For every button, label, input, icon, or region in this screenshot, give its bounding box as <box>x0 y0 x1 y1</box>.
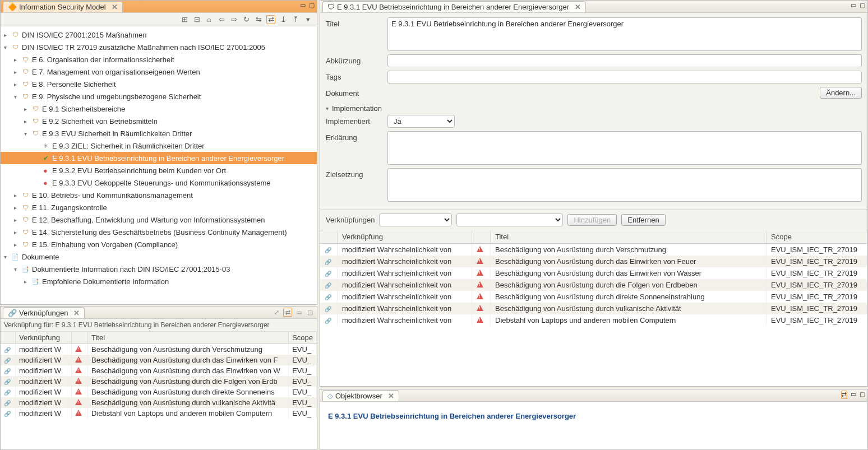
table-row[interactable]: modifiziert WDiebstahl von Laptops und a… <box>1 408 317 419</box>
back-icon[interactable]: ⇦ <box>217 15 226 24</box>
tree-node[interactable]: ▾DIN ISO/IEC TR 27019 zusätzliche Maßnah… <box>1 41 317 53</box>
maximize-icon[interactable]: ▢ <box>860 2 865 9</box>
abkuerzung-field[interactable] <box>387 54 862 67</box>
link-sel-icon[interactable]: ⇄ <box>841 391 847 399</box>
maximize-icon[interactable]: ▢ <box>860 391 865 399</box>
tree-twisty[interactable]: ▸ <box>14 205 21 211</box>
table-row[interactable]: modifiziert WBeschädigung von Ausrüstung… <box>1 397 317 408</box>
tree-twisty[interactable]: ▸ <box>4 32 11 38</box>
tree-twisty[interactable]: ▸ <box>14 192 21 198</box>
table-row[interactable]: modifiziert Wahrscheinlichkeit vonDiebst… <box>320 314 867 326</box>
table-row[interactable]: modifiziert WBeschädigung von Ausrüstung… <box>1 376 317 387</box>
link-sel-icon[interactable]: ⇆ <box>254 15 263 24</box>
table-row[interactable]: modifiziert Wahrscheinlichkeit vonBeschä… <box>320 303 867 314</box>
tree-node[interactable]: ▾Dokumente <box>1 250 317 263</box>
tree-twisty[interactable]: ▾ <box>14 266 21 272</box>
forward-icon[interactable]: ⇨ <box>229 15 238 24</box>
tree-node[interactable]: E 9.3 ZIEL: Sicherheit in Räumlichkeiten… <box>1 140 317 152</box>
link-all-icon[interactable]: ⇄ <box>266 15 275 24</box>
tree-node[interactable]: ▸E 12. Beschaffung, Entwicklung und Wart… <box>1 214 317 226</box>
minimize-icon[interactable]: ▭ <box>851 391 856 399</box>
col-verknuepfung[interactable]: Verknüpfung <box>338 230 472 244</box>
tree-node[interactable]: ▸DIN ISO/IEC 27001:2015 Maßnahmen <box>1 29 317 41</box>
col-titel[interactable]: Titel <box>88 332 289 344</box>
link-target-select[interactable] <box>456 214 563 226</box>
tree-tab[interactable]: 🔶 Information Security Model ✕ <box>3 1 123 12</box>
col-scope[interactable]: Scope <box>767 230 867 244</box>
zielsetzung-field[interactable] <box>387 168 862 202</box>
col-scope[interactable]: Scope <box>289 332 317 344</box>
col-verknuepfung[interactable]: Verknüpfung <box>16 332 72 344</box>
close-icon[interactable]: ✕ <box>575 3 581 11</box>
collapse-all-icon[interactable]: ⊟ <box>192 15 201 24</box>
tree-node[interactable]: ▸E 8. Personelle Sicherheit <box>1 78 317 90</box>
links-small-tab[interactable]: 🔗 Verknüpfungen ✕ <box>3 307 85 318</box>
tree-node[interactable]: ▸E 15. Einhaltung von Vorgaben (Complian… <box>1 238 317 250</box>
objektbrowser-tab[interactable]: ◇ Objektbrowser ✕ <box>322 390 399 401</box>
table-row[interactable]: modifiziert Wahrscheinlichkeit vonBeschä… <box>320 244 867 256</box>
tree-twisty[interactable]: ▸ <box>14 57 21 63</box>
tree-twisty[interactable]: ▸ <box>24 106 31 112</box>
close-icon[interactable]: ✕ <box>388 392 394 400</box>
filter-icon[interactable]: ▾ <box>303 15 312 24</box>
tree-node[interactable]: ▾E 9.3 EVU Sicherheit in Räumlichkeiten … <box>1 127 317 140</box>
expand-icon[interactable]: ⤢ <box>272 308 281 317</box>
tree-twisty[interactable]: ▸ <box>14 81 21 87</box>
tree-node[interactable]: ▾E 9. Physische und umgebungsbezogene Si… <box>1 90 317 103</box>
maximize-icon[interactable]: ▢ <box>309 2 315 9</box>
table-row[interactable]: modifiziert Wahrscheinlichkeit vonBeschä… <box>320 279 867 291</box>
tree-node[interactable]: ▸E 9.2 Sicherheit von Betriebsmitteln <box>1 115 317 127</box>
table-row[interactable]: modifiziert WBeschädigung von Ausrüstung… <box>1 365 317 376</box>
export-icon[interactable]: ⤒ <box>291 15 300 24</box>
tree-node[interactable]: ▸Empfohlene Dokumentierte Information <box>1 275 317 287</box>
home-icon[interactable]: ⌂ <box>205 15 214 24</box>
tree-twisty[interactable]: ▸ <box>14 229 21 235</box>
erklaerung-field[interactable] <box>387 131 862 165</box>
link-sel-icon[interactable]: ⇄ <box>283 308 292 317</box>
hinzufuegen-button[interactable]: Hinzufügen <box>567 214 617 226</box>
implementation-section-header[interactable]: ▾ Implementation <box>326 102 862 115</box>
aendern-button[interactable]: Ändern... <box>820 87 862 99</box>
tree-node[interactable]: ▸E 11. Zugangskontrolle <box>1 201 317 214</box>
tree-node[interactable]: E 9.3.3 EVU Gekoppelte Steuerungs- und K… <box>1 177 317 189</box>
detail-link-table[interactable]: Verknüpfung Titel Scope modifiziert Wahr… <box>320 230 867 386</box>
tree-node[interactable]: ▸E 9.1 Sicherheitsbereiche <box>1 103 317 115</box>
table-row[interactable]: modifiziert WBeschädigung von Ausrüstung… <box>1 387 317 397</box>
expand-all-icon[interactable]: ⊞ <box>180 15 189 24</box>
close-icon[interactable]: ✕ <box>112 3 118 11</box>
col-titel[interactable]: Titel <box>491 230 767 244</box>
tree-twisty[interactable]: ▾ <box>4 44 11 50</box>
detail-tab[interactable]: 🛡 E 9.3.1 EVU Betriebseinrichtung in Ber… <box>322 1 586 12</box>
tree-twisty[interactable]: ▸ <box>14 242 21 248</box>
tree-twisty[interactable]: ▸ <box>14 69 21 75</box>
tree-twisty[interactable]: ▾ <box>14 94 21 100</box>
implementiert-select[interactable]: Ja <box>387 115 455 128</box>
table-row[interactable]: modifiziert Wahrscheinlichkeit vonBeschä… <box>320 291 867 303</box>
table-row[interactable]: modifiziert WBeschädigung von Ausrüstung… <box>1 355 317 365</box>
titel-field[interactable] <box>387 17 862 51</box>
tree-node[interactable]: E 9.3.2 EVU Betriebseinrichtung beim Kun… <box>1 164 317 177</box>
tree-node[interactable]: ▸E 10. Betriebs- und Kommunikationsmanag… <box>1 189 317 201</box>
tree-twisty[interactable]: ▸ <box>14 217 21 223</box>
tree-node[interactable]: ▾Dokumentierte Information nach DIN ISO/… <box>1 263 317 275</box>
link-type-select[interactable] <box>379 214 452 226</box>
entfernen-button[interactable]: Entfernen <box>621 214 665 226</box>
refresh-icon[interactable]: ↻ <box>242 15 251 24</box>
tree-view[interactable]: ▸DIN ISO/IEC 27001:2015 Maßnahmen▾DIN IS… <box>1 26 317 304</box>
table-row[interactable]: modifiziert Wahrscheinlichkeit vonBeschä… <box>320 256 867 267</box>
tree-node[interactable]: ▸E 7. Management von organisationseigene… <box>1 66 317 78</box>
tree-node[interactable]: ▸E 6. Organisation der Informationssiche… <box>1 53 317 66</box>
objektbrowser-link[interactable]: E 9.3.1 EVU Betriebseinrichtung in Berei… <box>328 412 576 420</box>
tree-twisty[interactable]: ▾ <box>24 131 31 137</box>
minimize-icon[interactable]: ▭ <box>300 2 306 9</box>
tree-twisty[interactable]: ▸ <box>24 279 31 285</box>
import-icon[interactable]: ⤓ <box>279 15 288 24</box>
maximize-icon[interactable]: ▢ <box>306 308 315 317</box>
links-small-table[interactable]: Verknüpfung Titel Scope modifiziert WBes… <box>1 332 317 449</box>
minimize-icon[interactable]: ▭ <box>851 2 856 9</box>
table-row[interactable]: modifiziert Wahrscheinlichkeit vonBeschä… <box>320 267 867 279</box>
tree-twisty[interactable]: ▸ <box>24 118 31 124</box>
tags-field[interactable] <box>387 71 862 83</box>
tree-node[interactable]: ▸E 14. Sicherstellung des Geschäftsbetri… <box>1 226 317 238</box>
tree-node[interactable]: E 9.3.1 EVU Betriebseinrichtung in Berei… <box>1 152 317 164</box>
